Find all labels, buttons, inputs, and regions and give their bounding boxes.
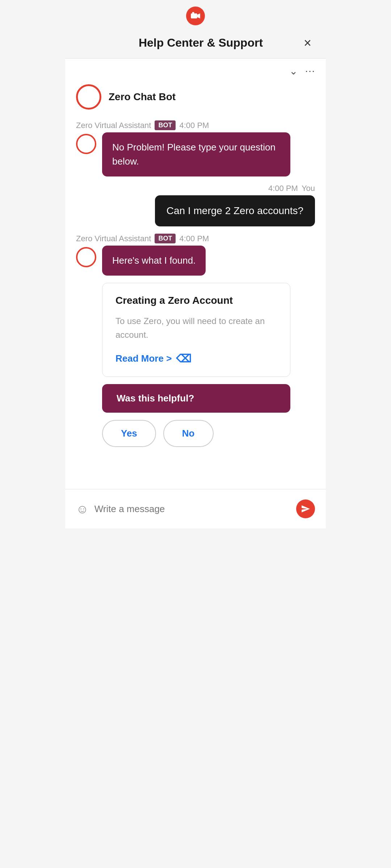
helpful-section: Was this helpful? Yes No — [102, 384, 290, 447]
bot-time-2: 4:00 PM — [179, 234, 209, 243]
bot-message-2: Zero Virtual Assistant BOT 4:00 PM Here'… — [76, 234, 315, 276]
bot-avatar-1 — [76, 134, 96, 154]
info-card-body: To use Zero, you will need to create an … — [115, 314, 277, 342]
bot-row-2: Here's what I found. — [76, 246, 315, 276]
was-helpful-button[interactable]: Was this helpful? — [102, 384, 290, 413]
message-input[interactable] — [89, 503, 296, 515]
top-bar — [65, 0, 326, 29]
read-more-link[interactable]: Read More > ⌫ — [115, 352, 277, 365]
user-sender-1: You — [302, 184, 315, 193]
emoji-icon[interactable]: ☺ — [76, 502, 89, 516]
user-message-1: 4:00 PM You Can I merge 2 Zero accounts? — [76, 184, 315, 226]
close-button[interactable]: × — [304, 37, 311, 50]
messages-area: Zero Virtual Assistant BOT 4:00 PM No Pr… — [65, 117, 326, 489]
chat-subheader: ⌄ ⋯ — [65, 59, 326, 81]
bot-badge-1: BOT — [155, 120, 176, 130]
svg-marker-1 — [197, 13, 200, 18]
yes-button[interactable]: Yes — [102, 420, 156, 447]
bot-sender-2: Zero Virtual Assistant — [76, 234, 151, 243]
info-card-title: Creating a Zero Account — [115, 295, 277, 306]
header: Help Center & Support × — [65, 29, 326, 58]
notification-badge[interactable] — [186, 7, 205, 25]
user-time-1: 4:00 PM — [268, 184, 298, 193]
user-bubble-1: Can I merge 2 Zero accounts? — [155, 195, 315, 226]
bot-sender-1: Zero Virtual Assistant — [76, 121, 151, 130]
bot-name: Zero Chat Bot — [109, 91, 176, 103]
bot-avatar-large — [76, 84, 101, 110]
chevron-down-icon[interactable]: ⌄ — [289, 65, 298, 77]
chat-container: ⌄ ⋯ Zero Chat Bot Zero Virtual Assistant… — [65, 58, 326, 528]
bot-avatar-2 — [76, 247, 96, 267]
page-title: Help Center & Support — [98, 36, 304, 50]
bot-bubble-2: Here's what I found. — [102, 246, 206, 276]
bot-row-1: No Problem! Please type your question be… — [76, 132, 315, 176]
no-button[interactable]: No — [163, 420, 214, 447]
bot-header: Zero Chat Bot — [65, 81, 326, 117]
send-button[interactable] — [296, 499, 315, 518]
svg-rect-0 — [191, 13, 197, 18]
bot-message-1: Zero Virtual Assistant BOT 4:00 PM No Pr… — [76, 120, 315, 176]
more-options-icon[interactable]: ⋯ — [305, 65, 315, 77]
user-row-1: Can I merge 2 Zero accounts? — [76, 195, 315, 226]
camera-icon — [190, 11, 201, 21]
user-meta-1: 4:00 PM You — [76, 184, 315, 193]
svg-rect-2 — [192, 12, 194, 14]
bot-bubble-1: No Problem! Please type your question be… — [102, 132, 290, 176]
bot-meta-2: Zero Virtual Assistant BOT 4:00 PM — [76, 234, 315, 243]
yes-no-row: Yes No — [102, 420, 290, 447]
cursor-icon: ⌫ — [176, 352, 191, 365]
bot-badge-2: BOT — [155, 234, 176, 243]
bot-meta-1: Zero Virtual Assistant BOT 4:00 PM — [76, 120, 315, 130]
send-icon — [301, 504, 310, 514]
info-card: Creating a Zero Account To use Zero, you… — [102, 283, 290, 377]
bot-time-1: 4:00 PM — [179, 121, 209, 130]
input-area: ☺ — [65, 489, 326, 528]
